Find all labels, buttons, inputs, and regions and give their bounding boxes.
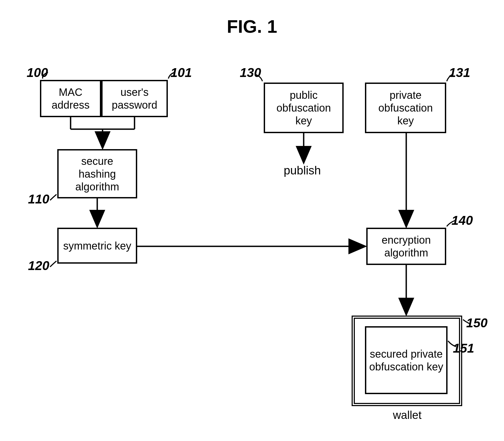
label-101: 101	[170, 65, 192, 80]
label-151: 151	[453, 341, 474, 356]
mac-address-box: MAC address	[40, 80, 101, 117]
public-obfuscation-text: public obfuscation key	[268, 89, 340, 127]
wallet-label: wallet	[393, 409, 421, 422]
publish-text: publish	[284, 164, 321, 177]
secure-hashing-box: secure hashing algorithm	[57, 149, 137, 198]
label-100: 100	[27, 65, 48, 80]
encryption-algorithm-text: encryption algorithm	[370, 234, 442, 259]
label-120: 120	[28, 258, 49, 273]
label-131: 131	[449, 65, 470, 80]
symmetric-key-box: symmetric key	[57, 228, 137, 264]
mac-address-text: MAC address	[44, 86, 97, 111]
symmetric-key-text: symmetric key	[63, 239, 131, 252]
private-obfuscation-box: private obfuscation key	[365, 83, 446, 133]
secure-hashing-text: secure hashing algorithm	[61, 155, 133, 193]
encryption-algorithm-box: encryption algorithm	[366, 228, 446, 265]
users-password-box: user's password	[101, 80, 168, 117]
label-110: 110	[28, 192, 49, 206]
secured-private-text: secured private obfuscation key	[369, 348, 444, 373]
secured-private-box: secured private obfuscation key	[365, 326, 448, 394]
public-obfuscation-box: public obfuscation key	[264, 83, 344, 133]
figure-title: FIG. 1	[227, 16, 277, 37]
label-130: 130	[240, 65, 261, 80]
private-obfuscation-text: private obfuscation key	[369, 89, 442, 127]
label-140: 140	[452, 213, 473, 228]
label-150: 150	[466, 316, 487, 330]
users-password-text: user's password	[105, 86, 164, 111]
